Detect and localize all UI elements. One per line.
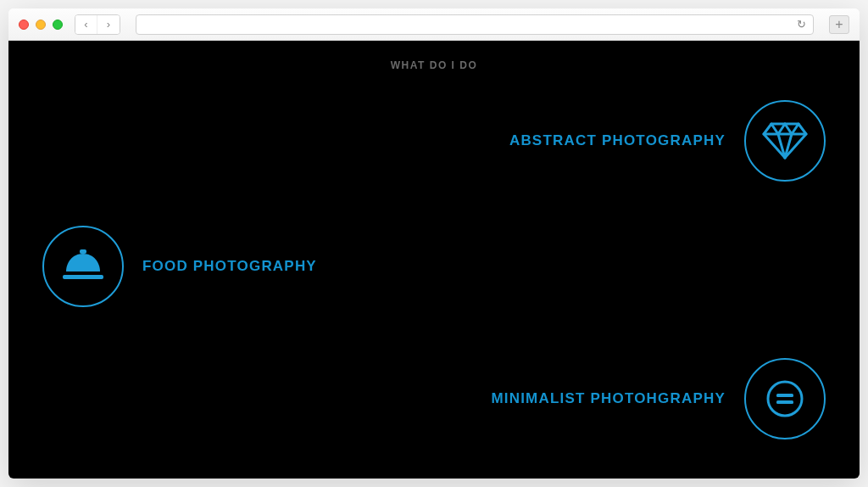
new-tab-button[interactable]: +	[829, 15, 849, 34]
minimize-window-button[interactable]	[36, 20, 46, 30]
svg-point-2	[768, 382, 802, 416]
service-abstract: ABSTRACT PHOTOGRAPHY	[509, 100, 826, 182]
bell-icon	[42, 226, 124, 307]
svg-rect-0	[80, 249, 86, 254]
section-heading: WHAT DO I DO	[8, 59, 860, 71]
service-food: FOOD PHOTOGRAPHY	[42, 226, 317, 307]
service-label-abstract: ABSTRACT PHOTOGRAPHY	[509, 132, 726, 149]
back-button[interactable]: ‹	[75, 15, 97, 34]
equals-icon	[744, 358, 826, 439]
browser-window: ‹ › ↻ + WHAT DO I DO	[8, 8, 860, 479]
window-controls	[19, 20, 63, 30]
service-minimal: MINIMALIST PHOTOHGRAPHY	[491, 358, 826, 439]
page-content: WHAT DO I DO ABSTRACT PHOTOGRAPHY	[8, 41, 860, 479]
titlebar: ‹ › ↻ +	[8, 8, 860, 41]
refresh-icon[interactable]: ↻	[797, 18, 806, 31]
address-bar[interactable]: ↻	[136, 14, 814, 35]
forward-button[interactable]: ›	[97, 15, 120, 34]
service-label-minimal: MINIMALIST PHOTOHGRAPHY	[491, 390, 726, 407]
service-label-food: FOOD PHOTOGRAPHY	[142, 258, 317, 275]
close-window-button[interactable]	[19, 20, 29, 30]
svg-rect-4	[776, 400, 793, 404]
svg-rect-3	[776, 394, 793, 397]
nav-buttons: ‹ ›	[75, 14, 120, 35]
maximize-window-button[interactable]	[53, 20, 63, 30]
svg-rect-1	[63, 275, 103, 279]
diamond-icon	[744, 100, 826, 182]
